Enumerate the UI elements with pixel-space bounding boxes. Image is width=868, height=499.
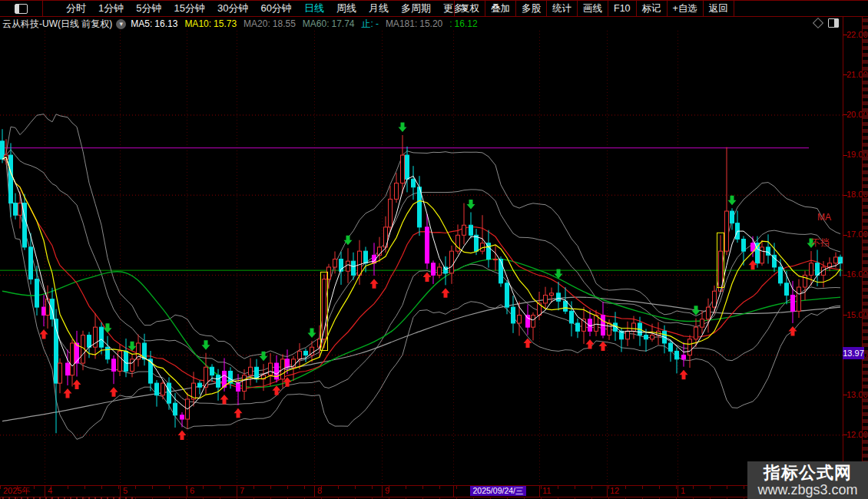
month-label: 8 bbox=[317, 486, 322, 496]
month-label: 6 bbox=[190, 486, 194, 496]
watermark-url: www.zbgs3.com bbox=[757, 482, 857, 497]
candle-body bbox=[742, 240, 746, 252]
candle-body bbox=[651, 335, 654, 339]
band-line bbox=[2, 114, 840, 359]
candle-body bbox=[249, 367, 253, 375]
candle-body bbox=[395, 183, 399, 200]
period-tabs: 分时 1分钟 5分钟 15分钟 30分钟 60分钟 日线 周线 月线 多周期 更… bbox=[66, 2, 466, 15]
buy-arrow-icon bbox=[442, 288, 450, 298]
ma5-readout: MA5:16.13 bbox=[131, 18, 177, 29]
candle-body bbox=[810, 263, 813, 276]
tab-1min[interactable]: 1分钟 bbox=[98, 2, 124, 15]
candle-body bbox=[608, 323, 611, 335]
candle-body bbox=[682, 355, 686, 359]
month-divider bbox=[187, 486, 187, 497]
buy-arrow-icon bbox=[423, 273, 432, 283]
month-divider bbox=[120, 486, 121, 497]
buy-arrow-icon bbox=[64, 388, 72, 398]
month-label: 11 bbox=[542, 486, 551, 496]
chart-plot[interactable] bbox=[0, 0, 868, 499]
button-back[interactable]: 返回 bbox=[703, 1, 734, 16]
toolbar: 分时 1分钟 5分钟 15分钟 30分钟 60分钟 日线 周线 月线 多周期 更… bbox=[0, 0, 868, 17]
candle-body bbox=[66, 363, 70, 375]
diamond-icon[interactable] bbox=[813, 18, 823, 28]
button-fuquan[interactable]: 复权 bbox=[454, 1, 485, 16]
window-layout-button[interactable] bbox=[0, 1, 43, 16]
watermark: 指标公式网 www.zbgs3.com bbox=[747, 461, 868, 499]
band-line bbox=[2, 150, 840, 374]
buy-arrow-icon bbox=[178, 430, 187, 440]
candle-body bbox=[444, 267, 448, 273]
candle-body bbox=[707, 307, 711, 319]
clipped-ma-label: MA bbox=[817, 212, 831, 223]
candle-body bbox=[401, 155, 405, 183]
tab-multiperiod[interactable]: 多周期 bbox=[401, 2, 431, 15]
chevron-down-icon[interactable]: ▾ bbox=[116, 19, 126, 29]
candle-body bbox=[352, 261, 356, 275]
sell-arrow-icon bbox=[104, 323, 112, 333]
sidebar-toggle-icon[interactable] bbox=[828, 18, 839, 28]
button-overlay[interactable]: 叠加 bbox=[485, 1, 515, 16]
candle-body bbox=[71, 343, 75, 375]
action-buttons: 复权 叠加 多股 统计 画线 F10 标记 +自选 返回 bbox=[454, 1, 734, 16]
candle-body bbox=[731, 211, 734, 223]
button-multistock[interactable]: 多股 bbox=[515, 1, 546, 16]
candle-body bbox=[389, 199, 393, 226]
tab-daily[interactable]: 日线 bbox=[304, 2, 324, 15]
sell-arrow-icon bbox=[692, 306, 701, 316]
stock-title: 云从科技-UW(日线 前复权) bbox=[2, 18, 112, 31]
tab-monthly[interactable]: 月线 bbox=[369, 2, 389, 15]
month-label: 5 bbox=[123, 486, 128, 496]
candle-body bbox=[564, 301, 568, 311]
trading-terminal: MA 不挡 分时 1分钟 5分钟 15分钟 30分钟 60分钟 日线 周线 月线… bbox=[0, 0, 868, 499]
candle-body bbox=[544, 295, 548, 302]
clipped-budang-label: 不挡 bbox=[811, 236, 830, 250]
candle-body bbox=[364, 251, 368, 263]
candle-body bbox=[155, 383, 159, 395]
button-statistics[interactable]: 统计 bbox=[546, 1, 577, 16]
candle-body bbox=[358, 251, 362, 275]
month-label: 1 bbox=[681, 486, 685, 496]
clipped-right-panel bbox=[862, 0, 868, 499]
price-axis: 22.0021.0020.0019.0018.0017.0016.0015.00… bbox=[843, 0, 863, 499]
buy-arrow-icon bbox=[586, 339, 595, 349]
tab-15min[interactable]: 15分钟 bbox=[174, 2, 204, 15]
last-price-readout: :16.12 bbox=[449, 18, 477, 29]
zhi-readout: 止:- bbox=[362, 18, 379, 31]
candle-body bbox=[174, 403, 177, 415]
candle-body bbox=[505, 283, 509, 307]
tab-30min[interactable]: 30分钟 bbox=[217, 2, 248, 15]
candle-body bbox=[725, 211, 729, 251]
candle-body bbox=[576, 323, 580, 331]
tab-weekly[interactable]: 周线 bbox=[336, 2, 356, 15]
candle-body bbox=[42, 307, 46, 315]
sell-arrow-icon bbox=[728, 196, 737, 206]
tab-fenshi[interactable]: 分时 bbox=[66, 2, 86, 15]
candle-body bbox=[14, 203, 18, 216]
candle-body bbox=[58, 363, 62, 383]
watermark-title: 指标公式网 bbox=[764, 464, 852, 482]
candle-body bbox=[475, 235, 479, 251]
candle-body bbox=[499, 259, 503, 283]
candle-body bbox=[462, 225, 466, 235]
cursor-price-badge: 13.97 bbox=[843, 347, 864, 359]
button-add-watchlist[interactable]: +自选 bbox=[667, 1, 703, 16]
tab-5min[interactable]: 5分钟 bbox=[136, 2, 161, 15]
button-drawline[interactable]: 画线 bbox=[577, 1, 608, 16]
month-divider bbox=[539, 486, 540, 497]
button-mark[interactable]: 标记 bbox=[636, 1, 667, 16]
candle-body bbox=[557, 293, 561, 301]
month-divider bbox=[382, 486, 383, 497]
candle-body bbox=[688, 339, 692, 355]
candle-body bbox=[9, 155, 13, 203]
candle-body bbox=[791, 295, 795, 311]
candle-body bbox=[779, 267, 783, 283]
month-label: 2025年 bbox=[3, 486, 30, 496]
candle-body bbox=[469, 225, 473, 235]
candle-body bbox=[346, 261, 350, 271]
tab-60min[interactable]: 60分钟 bbox=[260, 2, 291, 15]
candle-body bbox=[432, 263, 436, 276]
buy-arrow-icon bbox=[234, 408, 243, 418]
candle-body bbox=[494, 259, 498, 260]
button-f10[interactable]: F10 bbox=[608, 1, 636, 16]
